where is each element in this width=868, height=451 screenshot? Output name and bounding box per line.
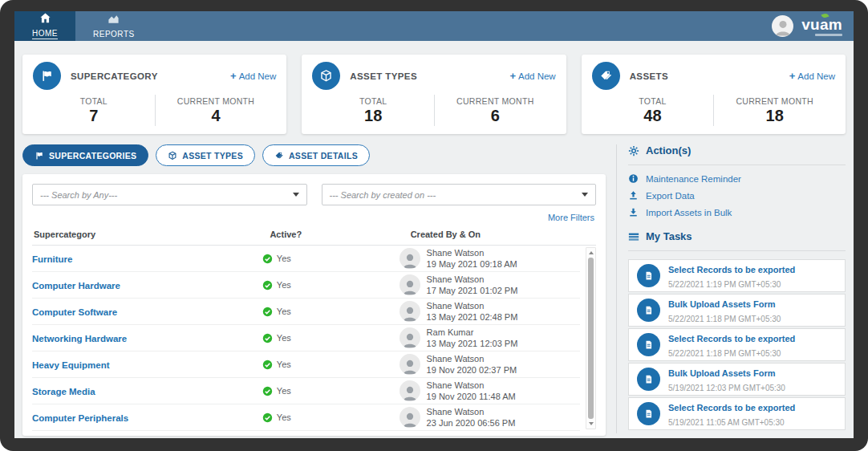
creator-avatar: [400, 274, 420, 295]
created-on: 13 May 2021 12:03 PM: [427, 339, 518, 348]
table-scrollbar[interactable]: [586, 247, 596, 429]
task-title: Select Records to be exported: [668, 403, 795, 412]
document-icon: [637, 299, 660, 322]
task-item[interactable]: Bulk Upload Assets Form 5/19/2021 12:03 …: [628, 363, 846, 396]
table-row: Networking Hardware Yes: [32, 325, 580, 351]
assets-total: TOTAL 48: [592, 95, 714, 126]
assets-add-new-button[interactable]: + Add New: [789, 71, 835, 81]
export-data-link[interactable]: Export Data: [628, 190, 846, 201]
creator-avatar: [400, 248, 420, 269]
supercategory-total: TOTAL 7: [33, 95, 155, 126]
task-title: Bulk Upload Assets Form: [668, 368, 775, 378]
task-item[interactable]: Select Records to be exported 5/19/2021 …: [628, 397, 846, 430]
created-on: 13 May 2021 02:48 PM: [427, 312, 518, 322]
check-circle-icon: [262, 360, 273, 370]
total-value: 18: [312, 106, 434, 126]
tab-home[interactable]: HOME: [14, 11, 75, 41]
scroll-up-icon[interactable]: [589, 251, 594, 254]
active-value: Yes: [277, 386, 291, 396]
task-title: Select Records to be exported: [668, 265, 795, 274]
tags-icon: [274, 151, 284, 160]
table-row: Computer Hardware Yes: [32, 272, 580, 299]
supercategory-table-body: Furniture Yes: [32, 246, 596, 431]
supercategory-link[interactable]: Networking Hardware: [32, 334, 127, 343]
creator-avatar: [400, 301, 420, 322]
supercategory-link[interactable]: Computer Hardware: [32, 281, 120, 291]
tab-supercategories[interactable]: SUPERCATEGORIES: [22, 144, 148, 166]
more-filters-link[interactable]: More Filters: [34, 213, 594, 222]
asset-types-current-month: CURRENT MONTH 6: [434, 95, 556, 126]
filters-row: --- Search by Any--- --- Search by creat…: [32, 184, 596, 205]
asset-types-card-title: ASSET TYPES: [350, 71, 417, 81]
search-by-created-on-select[interactable]: --- Search by created on ---: [322, 184, 597, 205]
column-supercategory: Supercategory: [34, 230, 270, 239]
supercategory-link[interactable]: Computer Peripherals: [32, 413, 128, 423]
tab-reports[interactable]: REPORTS: [75, 11, 152, 41]
tab-asset-types[interactable]: ASSET TYPES: [156, 144, 255, 166]
created-on: 19 Nov 2020 11:48 AM: [427, 392, 516, 401]
current-month-value: 6: [435, 106, 556, 126]
scroll-down-icon[interactable]: [589, 422, 594, 425]
asset-types-total: TOTAL 18: [312, 95, 434, 126]
tab-asset-details[interactable]: ASSET DETAILS: [262, 144, 370, 166]
task-timestamp: 5/19/2021 11:05 AM GMT+05:30: [668, 418, 785, 427]
window-frame: HOME REPORTS vuam: [0, 0, 868, 451]
check-circle-icon: [262, 386, 273, 396]
plus-icon: +: [789, 71, 796, 81]
table-row: Storage Media Yes: [32, 378, 580, 404]
plus-icon: +: [509, 71, 516, 81]
task-item[interactable]: Select Records to be exported 5/22/2021 …: [628, 259, 846, 292]
asset-types-add-new-button[interactable]: + Add New: [509, 71, 555, 81]
tab-home-label: HOME: [32, 29, 58, 39]
document-icon: [637, 333, 660, 356]
logo-text-am: am: [820, 16, 842, 33]
actions-header: Action(s): [628, 144, 846, 156]
creator-avatar: [400, 354, 420, 375]
task-title: Bulk Upload Assets Form: [668, 299, 775, 309]
table-row: Computer Peripherals Yes: [32, 404, 580, 431]
download-icon: [628, 207, 639, 217]
document-icon: [637, 368, 660, 391]
page-body: SUPERCATEGORY + Add New TOTAL 7 CURRENT …: [14, 41, 854, 438]
column-created-by-on: Created By & On: [411, 230, 596, 239]
supercategory-link[interactable]: Computer Software: [32, 307, 117, 317]
supercategory-current-month: CURRENT MONTH 4: [155, 95, 277, 126]
scrollbar-thumb[interactable]: [588, 258, 594, 419]
supercategory-card-head: SUPERCATEGORY + Add New: [33, 62, 276, 90]
gear-icon: [628, 145, 639, 156]
category-tabs: SUPERCATEGORIES ASSET TYPES ASSET DETAIL…: [22, 144, 606, 166]
check-circle-icon: [262, 280, 273, 291]
created-by: Ram Kumar: [427, 327, 474, 337]
user-avatar[interactable]: [772, 15, 793, 37]
supercategory-card: SUPERCATEGORY + Add New TOTAL 7 CURRENT …: [22, 55, 286, 134]
list-icon: [628, 231, 639, 242]
import-assets-link[interactable]: Import Assets in Bulk: [628, 207, 846, 217]
divider: [628, 250, 846, 251]
assets-card-head: ASSETS + Add New: [592, 62, 835, 90]
total-label: TOTAL: [592, 96, 714, 106]
supercategory-link[interactable]: Heavy Equipment: [32, 360, 110, 370]
document-icon: [637, 264, 660, 287]
created-on: 19 May 2021 09:18 AM: [427, 259, 517, 269]
main-column: SUPERCATEGORIES ASSET TYPES ASSET DETAIL…: [22, 144, 606, 436]
supercategory-link[interactable]: Furniture: [32, 254, 72, 264]
cube-icon: [168, 151, 177, 160]
document-icon: [637, 402, 660, 425]
supercategory-add-new-button[interactable]: + Add New: [230, 71, 276, 81]
task-item[interactable]: Bulk Upload Assets Form 5/22/2021 1:18 P…: [628, 294, 846, 327]
created-on: 19 Nov 2020 02:37 PM: [427, 365, 517, 375]
created-by: Shane Watson: [427, 354, 485, 364]
task-item[interactable]: Select Records to be exported 5/22/2021 …: [628, 328, 846, 361]
search-by-any-select[interactable]: --- Search by Any---: [32, 184, 307, 205]
check-circle-icon: [262, 412, 273, 423]
table-row: Heavy Equipment Yes: [32, 351, 580, 378]
total-label: TOTAL: [312, 96, 434, 106]
created-on: 17 May 2021 01:02 PM: [427, 286, 518, 295]
supercategory-link[interactable]: Storage Media: [32, 387, 95, 396]
check-circle-icon: [262, 333, 273, 343]
task-timestamp: 5/22/2021 1:18 PM GMT+05:30: [668, 349, 781, 358]
creator-avatar: [400, 327, 420, 348]
task-timestamp: 5/22/2021 1:19 PM GMT+05:30: [668, 280, 781, 289]
upload-icon: [628, 190, 639, 201]
maintenance-reminder-link[interactable]: Maintenance Reminder: [628, 173, 846, 184]
